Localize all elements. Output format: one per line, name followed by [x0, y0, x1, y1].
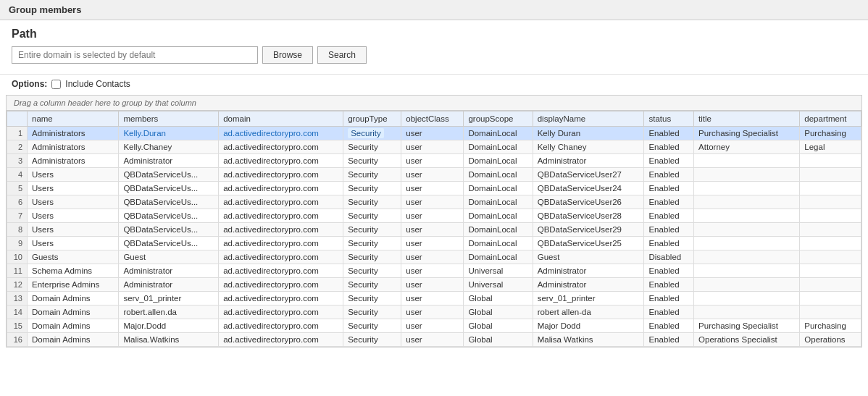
path-controls: Browse Search [12, 46, 856, 64]
cell-name: Users [28, 237, 119, 250]
cell-groupType: Security [343, 264, 401, 278]
cell-status: Enabled [644, 182, 694, 195]
cell-rownum: 8 [7, 223, 28, 237]
browse-button[interactable]: Browse [262, 46, 313, 64]
cell-rownum: 7 [7, 209, 28, 223]
cell-objectClass: user [401, 333, 464, 347]
cell-domain: ad.activedirectorypro.com [219, 182, 343, 195]
cell-status: Enabled [644, 333, 694, 347]
cell-groupScope: Universal [464, 264, 533, 278]
cell-displayName: Guest [533, 250, 644, 264]
cell-groupType: Security [343, 140, 401, 154]
cell-groupType: Security [343, 127, 401, 140]
col-header-domain[interactable]: domain [219, 111, 343, 127]
col-header-members[interactable]: members [119, 111, 219, 127]
table-row[interactable]: 5UsersQBDataServiceUs...ad.activedirecto… [7, 182, 861, 195]
cell-groupScope: DomainLocal [464, 195, 533, 209]
col-header-objectclass[interactable]: objectClass [401, 111, 464, 127]
cell-members: Major.Dodd [119, 319, 219, 333]
cell-department [800, 250, 861, 264]
col-header-groupscope[interactable]: groupScope [464, 111, 533, 127]
cell-rownum: 12 [7, 278, 28, 292]
table-row[interactable]: 9UsersQBDataServiceUs...ad.activedirecto… [7, 237, 861, 250]
cell-rownum: 9 [7, 237, 28, 250]
cell-groupType: Security [343, 292, 401, 306]
cell-groupScope: DomainLocal [464, 250, 533, 264]
cell-groupScope: DomainLocal [464, 154, 533, 168]
table-row[interactable]: 11Schema AdminsAdministratorad.activedir… [7, 264, 861, 278]
cell-name: Guests [28, 250, 119, 264]
table-row[interactable]: 3AdministratorsAdministratorad.activedir… [7, 154, 861, 168]
cell-rownum: 5 [7, 182, 28, 195]
page-wrapper: Group members Path Browse Search Options… [0, 0, 868, 396]
cell-groupScope: DomainLocal [464, 209, 533, 223]
cell-objectClass: user [401, 209, 464, 223]
cell-department: Purchasing [800, 127, 861, 140]
cell-members: QBDataServiceUs... [119, 182, 219, 195]
cell-groupType: Security [343, 209, 401, 223]
col-header-status[interactable]: status [644, 111, 694, 127]
cell-objectClass: user [401, 168, 464, 182]
path-input[interactable] [12, 46, 258, 64]
cell-status: Enabled [644, 209, 694, 223]
cell-title [694, 209, 800, 223]
cell-domain: ad.activedirectorypro.com [219, 209, 343, 223]
cell-groupScope: DomainLocal [464, 168, 533, 182]
col-header-department[interactable]: department [800, 111, 861, 127]
cell-status: Disabled [644, 250, 694, 264]
table-row[interactable]: 8UsersQBDataServiceUs...ad.activedirecto… [7, 223, 861, 237]
cell-department [800, 209, 861, 223]
cell-members: QBDataServiceUs... [119, 237, 219, 250]
cell-status: Enabled [644, 168, 694, 182]
search-button[interactable]: Search [317, 46, 367, 64]
cell-members: serv_01_printer [119, 292, 219, 306]
cell-rownum: 2 [7, 140, 28, 154]
table-row[interactable]: 16Domain AdminsMalisa.Watkinsad.activedi… [7, 333, 861, 347]
cell-members: Malisa.Watkins [119, 333, 219, 347]
cell-title: Operations Specialist [694, 333, 800, 347]
cell-name: Users [28, 209, 119, 223]
cell-objectClass: user [401, 292, 464, 306]
table-row[interactable]: 14Domain Adminsrobert.allen.daad.actived… [7, 306, 861, 319]
cell-groupType: Security [343, 319, 401, 333]
cell-displayName: QBDataServiceUser25 [533, 237, 644, 250]
table-row[interactable]: 13Domain Adminsserv_01_printerad.actived… [7, 292, 861, 306]
cell-rownum: 6 [7, 195, 28, 209]
table-row[interactable]: 10GuestsGuestad.activedirectorypro.comSe… [7, 250, 861, 264]
table-row[interactable]: 12Enterprise AdminsAdministratorad.activ… [7, 278, 861, 292]
cell-displayName: QBDataServiceUser29 [533, 223, 644, 237]
cell-displayName: Administrator [533, 154, 644, 168]
drag-hint: Drag a column header here to group by th… [7, 96, 861, 111]
include-contacts-checkbox[interactable] [51, 80, 61, 89]
table-row[interactable]: 7UsersQBDataServiceUs...ad.activedirecto… [7, 209, 861, 223]
table-row[interactable]: 15Domain AdminsMajor.Doddad.activedirect… [7, 319, 861, 333]
col-header-name[interactable]: name [28, 111, 119, 127]
table-row[interactable]: 1AdministratorsKelly.Duranad.activedirec… [7, 127, 861, 140]
table-row[interactable]: 2AdministratorsKelly.Chaneyad.activedire… [7, 140, 861, 154]
cell-members: Administrator [119, 154, 219, 168]
cell-groupScope: Universal [464, 278, 533, 292]
cell-rownum: 10 [7, 250, 28, 264]
col-header-grouptype[interactable]: groupType [343, 111, 401, 127]
cell-objectClass: user [401, 278, 464, 292]
table-row[interactable]: 4UsersQBDataServiceUs...ad.activedirecto… [7, 168, 861, 182]
cell-domain: ad.activedirectorypro.com [219, 250, 343, 264]
col-header-displayname[interactable]: displayName [533, 111, 644, 127]
cell-department [800, 182, 861, 195]
cell-groupType: Security [343, 237, 401, 250]
cell-objectClass: user [401, 140, 464, 154]
cell-status: Enabled [644, 127, 694, 140]
table-row[interactable]: 6UsersQBDataServiceUs...ad.activedirecto… [7, 195, 861, 209]
cell-domain: ad.activedirectorypro.com [219, 168, 343, 182]
cell-rownum: 14 [7, 306, 28, 319]
cell-displayName: QBDataServiceUser24 [533, 182, 644, 195]
table-header-row: name members domain groupType objectClas… [7, 111, 861, 127]
cell-objectClass: user [401, 237, 464, 250]
cell-groupScope: Global [464, 319, 533, 333]
cell-name: Users [28, 195, 119, 209]
cell-title [694, 292, 800, 306]
cell-title: Attorney [694, 140, 800, 154]
options-row: Options: Include Contacts [0, 75, 868, 95]
cell-groupScope: Global [464, 333, 533, 347]
col-header-title[interactable]: title [694, 111, 800, 127]
